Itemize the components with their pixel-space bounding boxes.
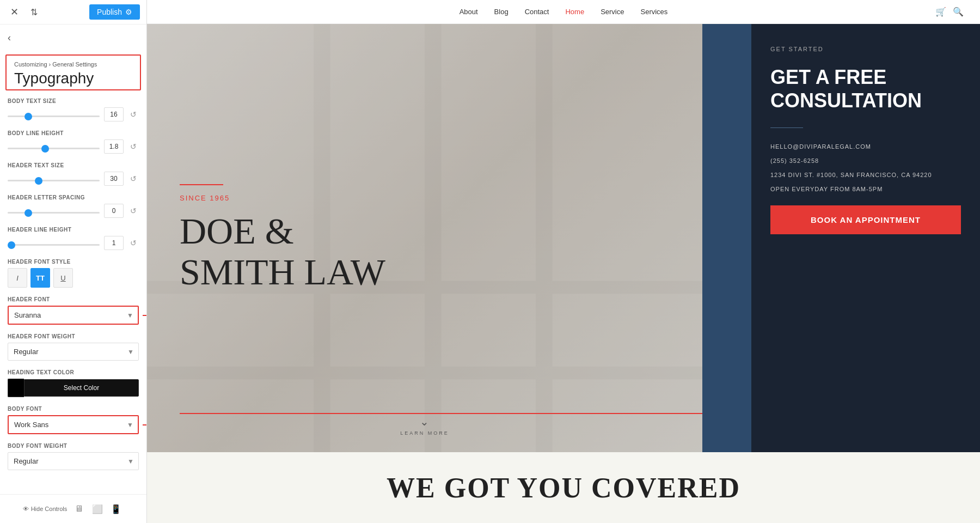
publish-label: Publish — [97, 8, 122, 16]
svg-rect-5 — [147, 367, 702, 380]
header-font-weight-select[interactable]: Regular Bold Light Medium Thin — [8, 343, 138, 360]
heading-text-color-group: HEADING TEXT COLOR Select Color — [8, 369, 139, 397]
firm-name: DOE & SMITH LAW — [180, 211, 670, 293]
desktop-view-button[interactable]: 🖥 — [71, 501, 87, 516]
color-swatch[interactable] — [8, 379, 24, 397]
nav-blog[interactable]: Blog — [494, 7, 509, 17]
header-text-size-label: HEADER TEXT SIZE — [8, 162, 139, 168]
nav-icons: 🛒 🔍 — [935, 7, 964, 17]
cart-icon[interactable]: 🛒 — [935, 7, 946, 17]
contact-email: HELLO@DIVIPARALEGAL.COM — [770, 143, 961, 150]
firm-line1: DOE & — [180, 211, 670, 252]
hero-red-line — [180, 184, 223, 185]
body-text-size-label: BODY TEXT SIZE — [8, 98, 139, 104]
italic-button[interactable]: I — [8, 268, 27, 288]
body-font-select[interactable]: Work Sans Arial Helvetica Open Sans Robo… — [9, 416, 138, 433]
back-button[interactable]: ‹ — [2, 27, 16, 49]
header-text-size-value: 30 — [104, 172, 124, 186]
body-text-size-value: 16 — [104, 107, 124, 121]
book-appointment-button[interactable]: Book An Appointment — [770, 205, 961, 234]
bold-button[interactable]: TT — [30, 268, 50, 288]
publish-button[interactable]: Publish ⚙ — [89, 4, 140, 20]
bottom-heading: WE GOT YOU COVERED — [387, 472, 740, 504]
header-letter-spacing-group: HEADER LETTER SPACING 0 ↺ — [8, 194, 139, 218]
top-bar-left: ✕ ⇅ — [7, 4, 41, 20]
body-text-size-slider[interactable] — [8, 115, 100, 117]
hero-content: SINCE 1965 DOE & SMITH LAW — [180, 184, 670, 293]
eye-icon: 👁 — [23, 506, 29, 512]
header-text-size-group: HEADER TEXT SIZE 30 ↺ — [8, 162, 139, 186]
bottom-section: WE GOT YOU COVERED — [147, 452, 980, 523]
view-buttons: 🖥 ⬜ 📱 — [71, 501, 124, 516]
body-line-height-group: BODY LINE HEIGHT 1.8 ↺ — [8, 130, 139, 154]
header-font-select-wrapper: Suranna Georgia Times New Roman Playfair… — [8, 306, 139, 325]
heading-text-color-label: HEADING TEXT COLOR — [8, 369, 139, 375]
sort-button[interactable]: ⇅ — [26, 4, 41, 20]
nav-services[interactable]: Services — [641, 7, 668, 17]
color-swatch-row: Select Color — [8, 379, 139, 397]
body-font-select-container: Work Sans Arial Helvetica Open Sans Robo… — [8, 415, 139, 434]
divider-line — [770, 127, 803, 128]
panel-content: BODY TEXT SIZE 16 ↺ BODY LINE HEIGHT 1.8… — [0, 93, 146, 494]
section-title: Typography — [14, 70, 132, 87]
header-text-size-slider-container — [8, 174, 100, 184]
nav-service[interactable]: Service — [601, 7, 624, 17]
body-text-size-reset[interactable]: ↺ — [128, 109, 139, 120]
header-font-weight-group: HEADER FONT WEIGHT Regular Bold Light Me… — [8, 333, 139, 361]
hero-dark-panel: GET STARTED GET A FREE CONSULTATION HELL… — [751, 24, 980, 452]
header-line-height-label: HEADER LINE HEIGHT — [8, 227, 139, 233]
search-icon[interactable]: 🔍 — [953, 7, 964, 17]
body-line-height-row: 1.8 ↺ — [8, 139, 139, 154]
nav-home[interactable]: Home — [565, 7, 584, 17]
header-line-height-reset[interactable]: ↺ — [128, 238, 139, 248]
nav-contact[interactable]: Contact — [525, 7, 549, 17]
hero-right: GET STARTED GET A FREE CONSULTATION HELL… — [702, 24, 980, 452]
body-font-weight-select[interactable]: Regular Bold Light Medium — [8, 453, 138, 470]
body-line-height-reset[interactable]: ↺ — [128, 141, 139, 152]
contact-address: 1234 DIVI ST. #1000, SAN FRANCISCO, CA 9… — [770, 172, 961, 178]
header-line-height-slider-container — [8, 238, 100, 248]
header-line-height-group: HEADER LINE HEIGHT 1 ↺ — [8, 227, 139, 250]
since-text: SINCE 1965 — [180, 194, 670, 202]
customizer-panel: ✕ ⇅ Publish ⚙ ‹ Customizing › General Se… — [0, 0, 147, 523]
header-line-height-row: 1 ↺ — [8, 236, 139, 250]
header-text-size-row: 30 ↺ — [8, 172, 139, 186]
chevron-down-icon: ⌄ — [420, 415, 429, 428]
consultation-line1: GET A FREE — [770, 65, 961, 89]
header-font-dropdown-wrapper: Suranna Georgia Times New Roman Playfair… — [8, 306, 139, 325]
header-letter-spacing-reset[interactable]: ↺ — [128, 205, 139, 216]
mobile-view-button[interactable]: 📱 — [108, 501, 124, 516]
header-line-height-value: 1 — [104, 236, 124, 250]
header-text-size-slider[interactable] — [8, 180, 100, 181]
breadcrumb: Customizing › General Settings — [14, 61, 132, 68]
contact-hours: OPEN EVERYDAY FROM 8AM-5PM — [770, 186, 961, 192]
header-line-height-slider[interactable] — [8, 244, 100, 246]
firm-line2: SMITH LAW — [180, 252, 670, 293]
body-line-height-slider[interactable] — [8, 148, 100, 149]
gear-icon: ⚙ — [125, 8, 132, 16]
body-line-height-label: BODY LINE HEIGHT — [8, 130, 139, 136]
hide-controls-button[interactable]: 👁 Hide Controls — [23, 506, 68, 512]
get-started-text: GET STARTED — [770, 46, 961, 52]
font-style-row: I TT U — [8, 268, 139, 288]
close-button[interactable]: ✕ — [7, 4, 22, 20]
header-font-style-label: HEADER FONT STYLE — [8, 259, 139, 265]
select-color-button[interactable]: Select Color — [24, 379, 139, 397]
nav-about[interactable]: About — [460, 7, 478, 17]
tablet-view-button[interactable]: ⬜ — [90, 501, 105, 516]
consultation-heading: GET A FREE CONSULTATION — [770, 65, 961, 112]
header-font-select[interactable]: Suranna Georgia Times New Roman Playfair… — [9, 307, 138, 324]
body-text-size-slider-container — [8, 110, 100, 119]
header-letter-spacing-row: 0 ↺ — [8, 204, 139, 218]
hero-sidebar — [702, 24, 751, 452]
breadcrumb-section: Customizing › General Settings Typograph… — [5, 54, 141, 90]
panel-header: ‹ — [0, 25, 146, 49]
preview-area: About Blog Contact Home Service Services… — [147, 0, 980, 523]
header-letter-spacing-slider[interactable] — [8, 212, 100, 214]
top-bar: ✕ ⇅ Publish ⚙ — [0, 0, 146, 25]
body-font-weight-group: BODY FONT WEIGHT Regular Bold Light Medi… — [8, 443, 139, 470]
body-font-weight-dropdown: Regular Bold Light Medium ▼ — [8, 452, 139, 470]
underline-button[interactable]: U — [53, 268, 73, 288]
header-text-size-reset[interactable]: ↺ — [128, 173, 139, 184]
hide-controls-bar: 👁 Hide Controls 🖥 ⬜ 📱 — [0, 494, 146, 523]
